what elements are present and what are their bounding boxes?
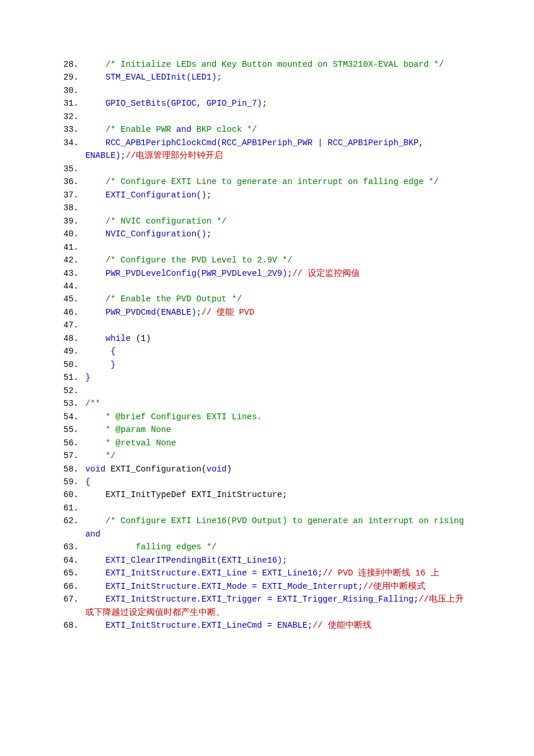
code-token: /* Configure EXTI Line16(PVD Output) to …	[106, 516, 470, 525]
code-token: /* Configure the PVD Level to 2.9V */	[106, 255, 293, 265]
code-token	[85, 294, 106, 304]
code-token: void	[207, 465, 227, 474]
code-token: EXTI_InitTypeDef EXTI_InitStructure;	[106, 490, 287, 499]
code-line: while (1)	[84, 332, 467, 345]
code-token: // 使能 PVD	[201, 308, 254, 317]
code-token	[85, 321, 106, 330]
code-line: * @param None	[84, 423, 467, 436]
code-token: /* Initialize LEDs and Key Button mounte…	[106, 60, 444, 69]
code-line: STM_EVAL_LEDInit(LED1);	[84, 71, 467, 84]
code-token	[85, 255, 106, 265]
code-line: /* Configure the PVD Level to 2.9V */	[84, 254, 467, 267]
code-token: // 设定监控阀值	[293, 269, 360, 278]
code-token: and	[176, 125, 192, 134]
code-token: while	[85, 334, 136, 343]
code-line: /* NVIC configuration */	[84, 215, 467, 228]
code-token: EXTI_InitStructure.EXTI_Line = EXTI_Line…	[85, 568, 323, 578]
code-line: RCC_APB1PeriphClockCmd(RCC_APB1Periph_PW…	[84, 136, 467, 163]
code-token: /* NVIC configuration */	[106, 217, 227, 226]
code-line	[84, 84, 467, 97]
code-line	[84, 241, 467, 254]
code-listing: /* Initialize LEDs and Key Button mounte…	[67, 58, 467, 632]
code-line: /* Enable the PVD Output */	[84, 293, 467, 305]
code-page: /* Initialize LEDs and Key Button mounte…	[0, 0, 534, 690]
code-token: }	[85, 373, 95, 382]
code-line: EXTI_InitStructure.EXTI_Mode = EXTI_Mode…	[84, 580, 467, 593]
code-line: GPIO_SetBits(GPIOC, GPIO_Pin_7);	[84, 97, 467, 110]
code-token	[85, 60, 106, 69]
code-line: }	[84, 358, 467, 371]
code-line: {	[84, 345, 467, 358]
code-token: }	[85, 360, 116, 369]
code-line: NVIC_Configuration();	[84, 228, 467, 240]
code-token: // 使能中断线	[312, 621, 371, 630]
code-line	[84, 280, 467, 293]
code-line: * @retval None	[84, 437, 467, 449]
code-token	[85, 282, 106, 291]
code-token: /* Enable PWR	[106, 125, 176, 134]
code-line: */	[84, 449, 467, 462]
code-token	[85, 490, 106, 499]
code-token: //使用中断模式	[363, 582, 425, 591]
code-token: {	[85, 477, 91, 487]
code-token: GPIO_SetBits(GPIOC, GPIO_Pin_7);	[85, 99, 267, 108]
code-line: /**	[84, 397, 467, 410]
code-token	[85, 112, 106, 121]
code-token: EXTI_InitStructure.EXTI_Mode = EXTI_Mode…	[85, 582, 363, 591]
code-token: * @brief Configures EXTI Lines.	[85, 412, 267, 422]
code-line: }	[84, 371, 467, 384]
code-token: EXTI_InitStructure.EXTI_Trigger = EXTI_T…	[85, 595, 418, 604]
code-token: )	[227, 465, 232, 474]
code-line: /* Enable PWR and BKP clock */	[84, 123, 467, 136]
code-token: void	[85, 465, 111, 474]
code-token	[85, 516, 106, 525]
code-token: EXTI_Configuration(	[110, 465, 206, 474]
code-token: {	[85, 347, 116, 356]
code-token: BKP clock */	[192, 125, 257, 134]
code-line: * @brief Configures EXTI Lines.	[84, 411, 467, 423]
code-token: STM_EVAL_LEDInit(LED1);	[85, 73, 222, 82]
code-line: EXTI_InitTypeDef EXTI_InitStructure;	[84, 488, 467, 501]
code-token	[85, 243, 106, 252]
code-line: EXTI_InitStructure.EXTI_Trigger = EXTI_T…	[84, 593, 467, 619]
code-token	[85, 164, 106, 174]
code-line	[84, 163, 467, 175]
code-token: /* Enable the PVD Output */	[106, 294, 242, 304]
code-token	[85, 503, 106, 513]
code-line	[84, 110, 467, 123]
code-token: PWR_PVDCmd(ENABLE);	[85, 308, 201, 317]
code-token: EXTI_Configuration();	[85, 190, 212, 200]
code-line: PWR_PVDLevelConfig(PWR_PVDLevel_2V9);// …	[84, 267, 467, 280]
code-line	[84, 201, 467, 214]
code-token: // PVD 连接到中断线 16 上	[323, 568, 439, 578]
code-token: NVIC_Configuration();	[85, 229, 212, 239]
code-line: EXTI_ClearITPendingBit(EXTI_Line16);	[84, 554, 467, 567]
code-token	[85, 386, 95, 395]
code-token: * @retval None	[85, 438, 181, 448]
code-line: {	[84, 476, 467, 488]
code-token: and	[85, 530, 100, 539]
code-token: (1)	[136, 334, 151, 343]
code-token	[85, 86, 106, 95]
code-token: * @param None	[85, 425, 176, 434]
code-token	[85, 203, 106, 213]
code-line: falling edges */	[84, 541, 467, 553]
code-token: EXTI_ClearITPendingBit(EXTI_Line16);	[85, 556, 287, 565]
code-token: falling edges */	[85, 542, 217, 552]
code-token: /* Configure EXTI Line to generate an in…	[106, 177, 439, 186]
code-line: PWR_PVDCmd(ENABLE);// 使能 PVD	[84, 306, 467, 319]
code-line: /* Configure EXTI Line16(PVD Output) to …	[84, 514, 467, 541]
code-line	[84, 319, 467, 332]
code-token	[85, 125, 106, 134]
code-token: PWR_PVDLevelConfig(PWR_PVDLevel_2V9);	[85, 269, 293, 278]
code-token	[85, 217, 106, 226]
code-line: EXTI_InitStructure.EXTI_Line = EXTI_Line…	[84, 567, 467, 579]
code-token: //电源管理部分时钟开启	[126, 151, 223, 160]
code-line: /* Configure EXTI Line to generate an in…	[84, 175, 467, 188]
code-line: EXTI_Configuration();	[84, 189, 467, 201]
code-line: /* Initialize LEDs and Key Button mounte…	[84, 58, 467, 71]
code-token: /**	[85, 399, 111, 408]
code-token: */	[85, 451, 116, 460]
code-line	[84, 502, 467, 514]
code-line	[84, 384, 467, 397]
